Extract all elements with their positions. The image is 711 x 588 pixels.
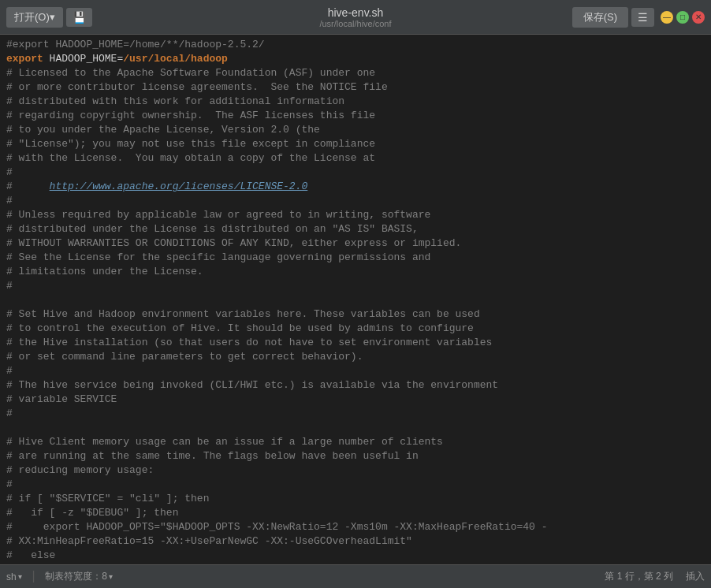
code-line: # The hive service being invoked (CLI/HW… — [0, 378, 711, 393]
filename-label: hive-env.sh — [319, 6, 391, 19]
save-button[interactable]: 保存(S) — [572, 7, 628, 28]
tab-width-dropdown-icon: ▾ — [109, 572, 113, 581]
close-button[interactable]: ✕ — [692, 11, 705, 24]
code-line: # if [ -z "$DEBUG" ]; then — [0, 506, 711, 520]
code-line: # export HADOOP_OPTS="$HADOOP_OPTS -XX:N… — [0, 520, 711, 534]
title-bar: 打开(O)▾ 💾 hive-env.sh /usr/local/hive/con… — [0, 0, 711, 35]
insert-mode: 插入 — [686, 570, 705, 583]
maximize-button[interactable]: □ — [676, 11, 689, 24]
cursor-position: 第 1 行，第 2 列 — [605, 570, 673, 583]
tab-width-label: 制表符宽度：8 — [45, 570, 107, 583]
window-controls: — □ ✕ — [661, 11, 705, 24]
code-line: # See the License for the specific langu… — [0, 251, 711, 265]
code-line: # regarding copyright ownership. The ASF… — [0, 109, 711, 123]
code-line: # limitations under the License. — [0, 265, 711, 279]
save-icon-button[interactable]: 💾 — [66, 8, 92, 27]
code-line: # — [0, 478, 711, 492]
code-line: # the Hive installation (so that users d… — [0, 336, 711, 350]
code-line: # with the License. You may obtain a cop… — [0, 151, 711, 166]
code-line: # to you under the Apache License, Versi… — [0, 123, 711, 137]
code-line: # Set Hive and Hadoop environment variab… — [0, 307, 711, 322]
title-center: hive-env.sh /usr/local/hive/conf — [319, 6, 391, 28]
title-bar-left: 打开(O)▾ 💾 — [6, 7, 92, 28]
code-line: # — [0, 364, 711, 378]
code-line — [0, 293, 711, 307]
code-line: # http://www.apache.org/licenses/LICENSE… — [0, 180, 711, 194]
language-label: sh — [6, 571, 17, 582]
code-line: # — [0, 279, 711, 293]
divider: | — [30, 570, 38, 584]
language-dropdown-icon: ▾ — [18, 572, 22, 581]
status-bar: sh ▾ | 制表符宽度：8 ▾ 第 1 行，第 2 列 插入 — [0, 564, 711, 588]
code-line: # variable SERVICE — [0, 393, 711, 407]
code-line: # or set command line parameters to get … — [0, 350, 711, 364]
filepath-label: /usr/local/hive/conf — [319, 19, 391, 28]
code-line: # WITHOUT WARRANTIES OR CONDITIONS OF AN… — [0, 236, 711, 251]
code-line: # distributed with this work for additio… — [0, 95, 711, 109]
editor-area[interactable]: #export HADOOP_HOME=/home/**/hadoop-2.5.… — [0, 35, 711, 564]
code-line: export HADOOP_HOME=/usr/local/hadoop — [0, 52, 711, 66]
code-line: # Hive Client memory usage can be an iss… — [0, 435, 711, 449]
title-bar-right: 保存(S) ☰ — □ ✕ — [572, 7, 705, 28]
code-line: # Unless required by applicable law or a… — [0, 208, 711, 222]
status-right: 第 1 行，第 2 列 插入 — [605, 570, 705, 583]
code-line: # to control the execution of Hive. It s… — [0, 322, 711, 336]
code-line — [0, 421, 711, 435]
menu-button[interactable]: ☰ — [631, 8, 654, 27]
code-line: # are running at the same time. The flag… — [0, 449, 711, 463]
code-line: #export HADOOP_HOME=/home/**/hadoop-2.5.… — [0, 38, 711, 52]
code-line: # "License"); you may not use this file … — [0, 137, 711, 151]
language-selector[interactable]: sh ▾ — [6, 571, 22, 582]
code-line: # — [0, 166, 711, 180]
code-line: # Licensed to the Apache Software Founda… — [0, 66, 711, 80]
code-line: # distributed under the License is distr… — [0, 222, 711, 236]
code-line: # — [0, 194, 711, 208]
code-line: # else — [0, 549, 711, 563]
code-line: # — [0, 407, 711, 421]
code-line: # reducing memory usage: — [0, 463, 711, 478]
code-line: # if [ "$SERVICE" = "cli" ]; then — [0, 492, 711, 506]
minimize-button[interactable]: — — [661, 11, 673, 24]
open-menu-button[interactable]: 打开(O)▾ — [6, 7, 63, 28]
tab-width-selector[interactable]: 制表符宽度：8 ▾ — [45, 570, 113, 583]
code-line: # or more contributor license agreements… — [0, 80, 711, 95]
code-line: # XX:MinHeapFreeRatio=15 -XX:+UseParNewG… — [0, 534, 711, 549]
